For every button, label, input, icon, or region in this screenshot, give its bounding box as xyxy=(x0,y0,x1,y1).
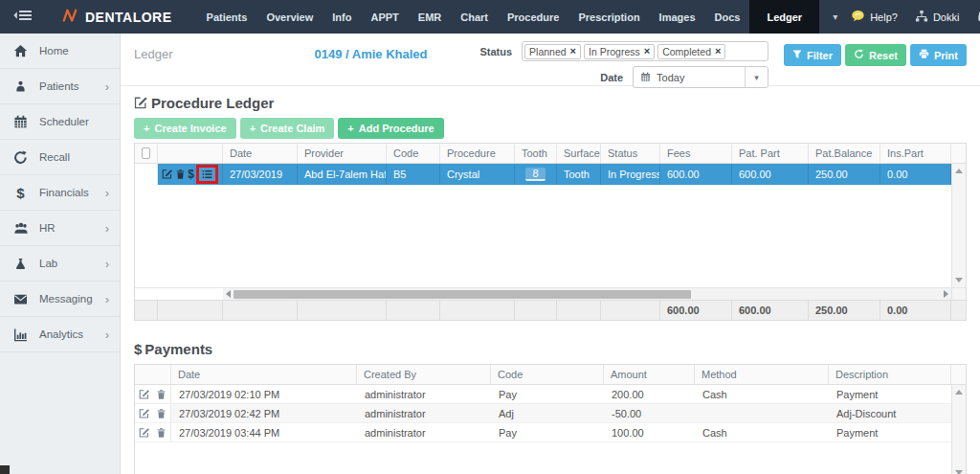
status-label: Status xyxy=(479,46,512,57)
payments-actions-column-header xyxy=(135,365,171,384)
edit-row-icon[interactable] xyxy=(139,389,150,400)
tab-images[interactable]: Images xyxy=(650,0,705,34)
help-button[interactable]: Help? xyxy=(851,10,898,25)
tab-appt[interactable]: APPT xyxy=(361,0,408,34)
sidebar-item-financials[interactable]: $ Financials › xyxy=(0,175,120,211)
calendar-icon xyxy=(640,69,651,86)
sidebar: Home Patients › Scheduler Recall $ Finan… xyxy=(0,34,121,474)
patient-link[interactable]: 0149 / Amie Khaled xyxy=(314,47,427,79)
procedure-vertical-scrollbar[interactable] xyxy=(951,164,966,287)
annotation-red-box xyxy=(196,165,218,184)
main-nav-tabs: Patients Overview Info APPT EMR Chart Pr… xyxy=(197,0,852,34)
tab-overview[interactable]: Overview xyxy=(256,0,323,34)
tab-chart[interactable]: Chart xyxy=(451,0,498,34)
scroll-left-arrow[interactable] xyxy=(226,290,231,298)
hscroll-track[interactable] xyxy=(223,288,951,300)
scroll-up-arrow[interactable] xyxy=(955,390,963,395)
payments-title: $ Payments xyxy=(134,341,967,357)
payment-method xyxy=(695,404,829,422)
sidebar-item-scheduler[interactable]: Scheduler xyxy=(0,104,120,140)
horizontal-scrollbar-thumb[interactable] xyxy=(234,290,691,299)
sidebar-item-recall[interactable]: Recall xyxy=(0,140,120,175)
scroll-right-arrow[interactable] xyxy=(944,290,948,298)
page-title: Ledger xyxy=(134,47,172,79)
row-date: 27/03/2019 xyxy=(223,164,298,185)
status-tag-input[interactable]: Planned × In Progress × Completed × xyxy=(522,41,768,61)
envelope-icon xyxy=(12,293,29,305)
select-all-checkbox[interactable] xyxy=(142,147,150,159)
plus-icon: + xyxy=(250,123,256,134)
edit-row-icon[interactable] xyxy=(139,427,150,439)
remove-tag-icon[interactable]: × xyxy=(715,46,721,56)
tab-info[interactable]: Info xyxy=(323,0,361,34)
payment-description: Payment xyxy=(829,423,951,441)
delete-row-icon[interactable] xyxy=(156,389,167,400)
payment-row[interactable]: 27/03/2019 02:10 PM administrator Pay 20… xyxy=(135,385,951,404)
tab-prescription[interactable]: Prescription xyxy=(568,0,649,34)
create-invoice-button[interactable]: + Create Invoice xyxy=(134,118,236,139)
sidebar-item-messaging[interactable]: Messaging › xyxy=(0,282,120,317)
tab-emr[interactable]: EMR xyxy=(409,0,451,34)
add-procedure-button[interactable]: + Add Procedure xyxy=(338,118,443,139)
payment-amount: 200.00 xyxy=(604,385,695,403)
date-label: Date xyxy=(600,72,623,83)
dokki-button[interactable]: Dokki xyxy=(915,10,960,25)
sidebar-item-analytics[interactable]: Analytics › xyxy=(0,317,120,352)
scroll-down-arrow[interactable] xyxy=(955,278,963,282)
edit-row-icon[interactable] xyxy=(139,408,150,419)
sidebar-item-patients[interactable]: Patients › xyxy=(0,69,120,104)
remove-tag-icon[interactable]: × xyxy=(644,46,650,56)
filter-button[interactable]: Filter xyxy=(784,44,841,66)
tab-ledger[interactable]: Ledger xyxy=(749,0,819,34)
payment-code: Pay xyxy=(491,423,604,441)
column-header-code: Code xyxy=(387,144,440,163)
payment-row-icon[interactable]: $ xyxy=(188,168,194,181)
tab-patients[interactable]: Patients xyxy=(197,0,257,34)
nav-more-caret-icon[interactable]: ▾ xyxy=(819,0,851,34)
date-range-select[interactable]: Today ▾ xyxy=(633,66,768,88)
payment-row-actions xyxy=(135,404,171,422)
procedure-ledger-section: Procedure Ledger + Create Invoice + Crea… xyxy=(121,86,980,321)
sidebar-item-label: Analytics xyxy=(39,328,83,340)
delete-row-icon[interactable] xyxy=(156,408,167,419)
tab-procedure[interactable]: Procedure xyxy=(498,0,568,34)
procedure-table-row-selected[interactable]: $ 27/03/2019 Abd El-7alem Hafez B5 Cryst… xyxy=(135,164,951,185)
delete-row-icon[interactable] xyxy=(175,169,186,180)
tooth-number-button[interactable]: 8 xyxy=(525,168,545,181)
scroll-down-arrow[interactable] xyxy=(955,470,963,474)
tab-docs[interactable]: Docs xyxy=(705,0,750,34)
row-provider: Abd El-7alem Hafez xyxy=(298,164,387,185)
create-claim-button[interactable]: + Create Claim xyxy=(240,118,335,139)
sidebar-collapse-button[interactable] xyxy=(0,0,44,34)
row-check-cell xyxy=(135,164,158,185)
sidebar-item-home[interactable]: Home xyxy=(0,34,120,69)
payments-title-label: Payments xyxy=(145,341,212,357)
column-header-pat-part: Pat. Part xyxy=(732,144,809,163)
create-invoice-label: Create Invoice xyxy=(154,123,226,134)
lock-icon xyxy=(976,10,980,25)
edit-square-icon xyxy=(134,96,148,110)
scroll-up-arrow[interactable] xyxy=(955,169,963,173)
delete-row-icon[interactable] xyxy=(156,427,167,439)
dollar-icon: $ xyxy=(134,341,142,357)
payments-vertical-scrollbar[interactable] xyxy=(951,385,966,474)
sidebar-item-lab[interactable]: Lab › xyxy=(0,246,120,282)
payment-row[interactable]: 27/03/2019 02:42 PM administrator Adj -5… xyxy=(135,404,951,423)
payment-row[interactable]: 27/03/2019 03:44 PM administrator Pay 10… xyxy=(135,423,951,442)
row-code: B5 xyxy=(387,164,440,185)
user-menu[interactable]: System Administrator ▾ xyxy=(976,10,980,25)
totals-pat-part: 600.00 xyxy=(732,301,809,320)
reset-button[interactable]: Reset xyxy=(845,44,906,66)
chevron-right-icon: › xyxy=(105,257,120,271)
flask-icon xyxy=(12,257,29,271)
print-button[interactable]: Print xyxy=(910,44,967,66)
edit-row-icon[interactable] xyxy=(162,169,173,180)
chevron-right-icon: › xyxy=(105,292,120,306)
remove-tag-icon[interactable]: × xyxy=(570,46,576,56)
list-details-icon[interactable] xyxy=(201,169,213,180)
sidebar-item-hr[interactable]: HR › xyxy=(0,211,120,246)
brand-logo[interactable]: DENTALORE xyxy=(44,0,197,34)
row-actions-cell: $ xyxy=(158,164,223,185)
sidebar-item-label: Patients xyxy=(39,80,79,92)
sidebar-item-label: Home xyxy=(39,45,69,56)
